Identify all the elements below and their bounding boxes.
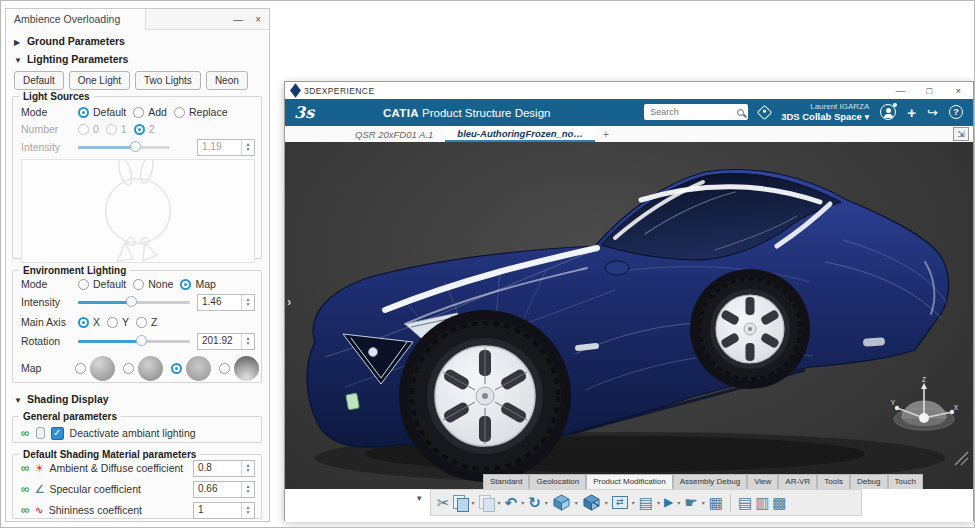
tab-product-modification[interactable]: Product Modification bbox=[586, 474, 672, 489]
tab-touch[interactable]: Touch bbox=[888, 474, 923, 489]
preset-two-lights-button[interactable]: Two Lights bbox=[135, 71, 201, 90]
fullscreen-toggle-icon[interactable]: ⇲ bbox=[953, 127, 969, 141]
number-0-radio[interactable]: 0 bbox=[78, 123, 99, 135]
tab-bleu-authoring[interactable]: bleu-AuthoringFrozen_no… bbox=[445, 126, 595, 142]
manipulate-hand-icon[interactable]: ☛ bbox=[684, 489, 697, 516]
env-mode-default-radio[interactable]: Default bbox=[78, 278, 126, 290]
map-3-radio[interactable] bbox=[171, 363, 182, 374]
profile-avatar-icon[interactable] bbox=[880, 104, 896, 120]
tab-view[interactable]: View bbox=[747, 474, 778, 489]
cut-icon[interactable]: ✂ bbox=[437, 489, 450, 516]
search-input[interactable] bbox=[648, 106, 733, 118]
deactivate-ambient-checkbox[interactable] bbox=[51, 427, 64, 440]
env-intensity-slider[interactable] bbox=[78, 301, 190, 304]
light-preview-area[interactable] bbox=[21, 159, 255, 263]
tab-qsr-document[interactable]: QSR 20xFD01 A.1 bbox=[343, 126, 445, 142]
axis-z-radio[interactable]: Z bbox=[136, 316, 157, 328]
map-4-thumbnail[interactable] bbox=[234, 356, 259, 381]
dropdown-caret-icon[interactable]: ▾ bbox=[575, 499, 578, 506]
window-maximize-button[interactable]: □ bbox=[915, 82, 944, 99]
map-3-thumbnail[interactable] bbox=[186, 356, 211, 381]
preset-one-light-button[interactable]: One Light bbox=[69, 71, 130, 90]
mode-add-radio[interactable]: Add bbox=[133, 106, 167, 118]
number-1-radio[interactable]: 1 bbox=[106, 123, 127, 135]
new-tab-button[interactable]: + bbox=[595, 126, 617, 142]
axis-x-radio[interactable]: X bbox=[78, 316, 100, 328]
window-minimize-button[interactable]: — bbox=[886, 82, 915, 99]
map-4-radio[interactable] bbox=[219, 363, 230, 374]
3d-viewport[interactable]: › bbox=[285, 142, 973, 489]
add-content-button[interactable]: + bbox=[907, 105, 916, 120]
tab-geolocation[interactable]: Geolocation bbox=[529, 474, 586, 489]
view-compass-widget[interactable]: Z X Y bbox=[889, 377, 959, 439]
slider-thumb[interactable] bbox=[126, 296, 137, 307]
workspace-selector[interactable]: 3DS Collab Space ▾ bbox=[781, 112, 869, 123]
ambient-diffuse-spinbox[interactable]: 0.8 ▲▼ bbox=[193, 460, 255, 477]
resize-handle-icon[interactable] bbox=[954, 451, 970, 467]
tab-standard[interactable]: Standard bbox=[483, 474, 529, 489]
number-2-radio[interactable]: 2 bbox=[134, 123, 155, 135]
ls-intensity-spinbox[interactable]: 1.19 ▲▼ bbox=[197, 139, 255, 156]
env-mode-map-radio[interactable]: Map bbox=[180, 278, 215, 290]
paste-icon[interactable] bbox=[479, 495, 494, 511]
car-3d-model[interactable] bbox=[285, 142, 973, 489]
export-document-icon[interactable]: ▤ bbox=[639, 489, 653, 516]
table-view-icon[interactable]: ▦ bbox=[709, 489, 723, 516]
grid-report-icon[interactable]: ▩ bbox=[772, 489, 786, 516]
map-1-radio[interactable] bbox=[75, 363, 86, 374]
spinner-arrows-icon[interactable]: ▲▼ bbox=[241, 140, 254, 155]
env-mode-none-radio[interactable]: None bbox=[133, 278, 173, 290]
copy-icon[interactable] bbox=[453, 495, 468, 511]
tab-debug[interactable]: Debug bbox=[850, 474, 888, 489]
window-close-button[interactable]: × bbox=[944, 82, 973, 99]
tree-structure-icon[interactable]: ▤ bbox=[738, 489, 752, 516]
map-2-thumbnail[interactable] bbox=[138, 356, 163, 381]
spinner-arrows-icon[interactable]: ▲▼ bbox=[241, 295, 254, 310]
specular-spinbox[interactable]: 0.66 ▲▼ bbox=[193, 481, 255, 498]
preset-neon-button[interactable]: Neon bbox=[206, 71, 248, 90]
section-lighting-parameters[interactable]: ▼ Lighting Parameters bbox=[14, 53, 128, 65]
slider-thumb[interactable] bbox=[136, 335, 147, 346]
undo-icon[interactable]: ↶ bbox=[505, 489, 518, 516]
rotation-slider[interactable] bbox=[78, 340, 190, 343]
dropdown-caret-icon[interactable]: ▾ bbox=[677, 499, 680, 506]
rotation-spinbox[interactable]: 201.92 ▲▼ bbox=[197, 333, 255, 350]
spinner-arrows-icon[interactable]: ▲▼ bbox=[241, 503, 254, 518]
map-2-radio[interactable] bbox=[123, 363, 134, 374]
dropdown-caret-icon[interactable]: ▾ bbox=[521, 499, 524, 506]
mode-replace-radio[interactable]: Replace bbox=[174, 106, 228, 118]
mode-default-radio[interactable]: Default bbox=[78, 106, 126, 118]
tab-assembly-debug[interactable]: Assembly Debug bbox=[673, 474, 747, 489]
replace-component-icon[interactable]: ⇄ bbox=[612, 496, 628, 509]
tree-relations-icon[interactable]: ▥ bbox=[755, 489, 769, 516]
search-icon[interactable] bbox=[737, 109, 744, 116]
dropdown-caret-icon[interactable]: ▾ bbox=[702, 499, 705, 506]
pointer-tool-icon[interactable]: ▶ bbox=[664, 489, 673, 516]
preset-default-button[interactable]: Default bbox=[14, 71, 64, 90]
insert-component-icon[interactable] bbox=[552, 494, 571, 511]
dropdown-caret-icon[interactable]: ▾ bbox=[605, 499, 608, 506]
toolbar-overflow-chevron[interactable]: ▾ bbox=[417, 493, 422, 503]
share-icon[interactable]: ↪ bbox=[927, 105, 938, 120]
panel-close-icon[interactable]: × bbox=[255, 14, 261, 25]
user-menu[interactable]: Laurent IGARZA 3DS Collab Space ▾ bbox=[781, 102, 869, 122]
tab-tools[interactable]: Tools bbox=[817, 474, 850, 489]
tag-icon[interactable] bbox=[757, 105, 773, 121]
insert-product-icon[interactable] bbox=[582, 494, 601, 511]
dropdown-caret-icon[interactable]: ▾ bbox=[472, 499, 475, 506]
ls-intensity-slider[interactable] bbox=[78, 146, 170, 149]
search-box[interactable] bbox=[644, 104, 748, 120]
dropdown-caret-icon[interactable]: ▾ bbox=[498, 499, 501, 506]
spinner-arrows-icon[interactable]: ▲▼ bbox=[241, 461, 254, 476]
redo-icon[interactable]: ↻ bbox=[528, 489, 541, 516]
env-intensity-spinbox[interactable]: 1.46 ▲▼ bbox=[197, 294, 255, 311]
spinner-arrows-icon[interactable]: ▲▼ bbox=[241, 334, 254, 349]
help-icon[interactable]: ? bbox=[949, 105, 963, 119]
window-titlebar[interactable]: 3DEXPERIENCE — □ × bbox=[285, 82, 973, 99]
shininess-spinbox[interactable]: 1 ▲▼ bbox=[193, 502, 255, 519]
section-ground-parameters[interactable]: ▶ Ground Parameters bbox=[14, 35, 125, 47]
axis-y-radio[interactable]: Y bbox=[107, 316, 129, 328]
section-shading-display[interactable]: ▼ Shading Display bbox=[14, 393, 109, 405]
dropdown-caret-icon[interactable]: ▾ bbox=[632, 499, 635, 506]
spinner-arrows-icon[interactable]: ▲▼ bbox=[241, 482, 254, 497]
